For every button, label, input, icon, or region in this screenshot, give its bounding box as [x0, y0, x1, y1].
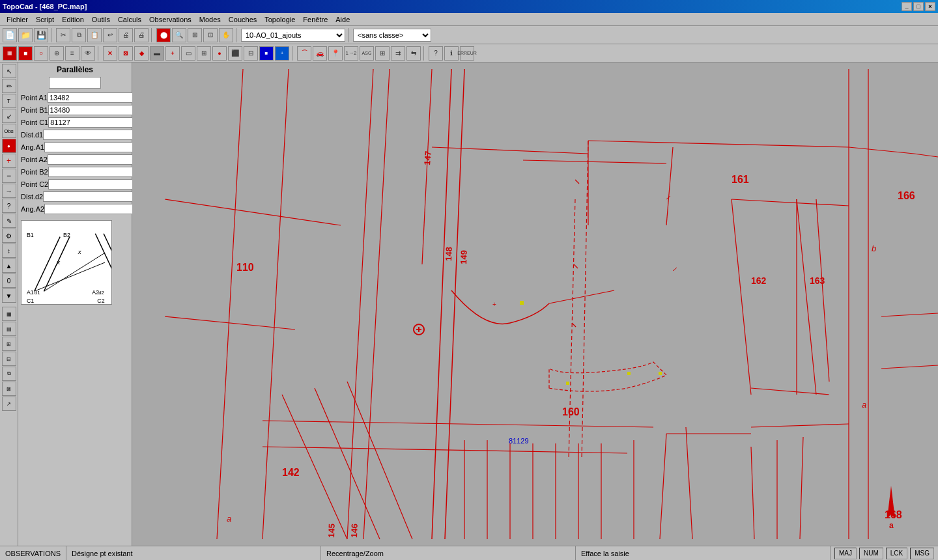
left-up[interactable]: ▲ [2, 259, 16, 273]
menu-fichier[interactable]: Fichier [3, 14, 32, 25]
tb2-rect[interactable]: ▬ [150, 46, 164, 61]
tb-undo[interactable]: ↩ [103, 28, 117, 42]
maximize-button[interactable]: □ [913, 2, 924, 11]
input-pointA2[interactable] [48, 154, 141, 165]
class-dropdown[interactable]: <sans classe> [353, 29, 431, 42]
left-zero[interactable]: 0 [2, 273, 16, 288]
left-diag3[interactable]: ↗ [2, 397, 16, 411]
left-grid2[interactable]: ▤ [2, 322, 16, 336]
tb2-arr2[interactable]: ⇆ [406, 46, 421, 61]
menu-calculs[interactable]: Calculs [114, 14, 145, 25]
tb-save[interactable]: 💾 [34, 28, 48, 42]
tb2-topo[interactable]: ERREUR [460, 46, 474, 61]
menu-modes[interactable]: Modes [195, 14, 225, 25]
input-distD1[interactable] [43, 130, 137, 140]
tb2-eye[interactable]: 👁 [81, 46, 95, 61]
tb-hand[interactable]: ✋ [219, 28, 233, 42]
input-pointA1[interactable] [48, 92, 141, 103]
left-grid3[interactable]: ⊞ [2, 337, 16, 351]
tb2-num[interactable]: ⊞ [375, 46, 390, 61]
tb2-plus[interactable]: + [165, 46, 180, 61]
menu-fenetre[interactable]: Fenêtre [299, 14, 332, 25]
sep1 [51, 28, 53, 42]
tb-copy[interactable]: ⧉ [72, 28, 86, 42]
tb-print2[interactable]: 🖨 [134, 28, 149, 42]
tb2-layer[interactable]: ≡ [65, 46, 79, 61]
left-pencil2[interactable]: ✎ [2, 214, 16, 228]
left-plus[interactable]: + [2, 154, 16, 168]
tb-zoom-in[interactable]: ⬤ [156, 28, 171, 42]
tb-zoom-out[interactable]: 🔍 [172, 28, 186, 42]
left-question[interactable]: ? [2, 199, 16, 213]
tb2-blue2[interactable]: + [275, 46, 289, 61]
left-down[interactable]: ▼ [2, 288, 16, 303]
label-angA1: Ang.A1 [21, 143, 44, 151]
menu-outils[interactable]: Outils [88, 14, 114, 25]
tb2-color-red[interactable]: ■ [18, 46, 33, 61]
tb-zoom-extent[interactable]: ⊞ [188, 28, 202, 42]
tb2-info[interactable]: ℹ [444, 46, 459, 61]
tb-new[interactable]: 📄 [3, 28, 17, 42]
left-pencil[interactable]: ✏ [2, 79, 16, 93]
tb2-snap2[interactable]: ⊟ [244, 46, 258, 61]
left-text[interactable]: T [2, 94, 16, 108]
tb2-snap[interactable]: ⊕ [50, 46, 64, 61]
menu-topologie[interactable]: Topologie [261, 14, 299, 25]
menu-edition[interactable]: Edition [58, 14, 88, 25]
left-move[interactable]: ↕ [2, 244, 16, 258]
close-button[interactable]: × [925, 2, 935, 11]
menu-couches[interactable]: Couches [225, 14, 261, 25]
key-num: NUM [859, 548, 883, 559]
layer-dropdown[interactable]: 10-AO_01_ajouts [241, 29, 345, 42]
title-bar-buttons[interactable]: _ □ × [902, 2, 935, 11]
title-bar: TopoCad - [468_PC.map] _ □ × [0, 0, 938, 13]
tb2-cross[interactable]: ✕ [103, 46, 117, 61]
map-canvas[interactable]: + 147 148 149 161 166 162 163 160 110 14… [132, 63, 938, 546]
left-diag2[interactable]: ⊠ [2, 382, 16, 396]
left-obs[interactable]: Obs [2, 124, 16, 138]
tb-open[interactable]: 📁 [18, 28, 33, 42]
left-diag[interactable]: ⧉ [2, 367, 16, 381]
tb2-blue1[interactable]: ■ [259, 46, 274, 61]
minimize-button[interactable]: _ [902, 2, 912, 11]
left-color[interactable]: ● [2, 139, 16, 153]
left-arrow[interactable]: ↖ [2, 64, 16, 78]
input-pointC1[interactable] [48, 117, 142, 128]
tb-zoom-sel[interactable]: ⊡ [203, 28, 218, 42]
tb2-circle2[interactable]: ● [212, 46, 227, 61]
tb2-grid[interactable]: ▦ [3, 46, 17, 61]
tb2-diamond[interactable]: ◆ [134, 46, 149, 61]
label-distD1: Dist.d1 [21, 131, 43, 139]
left-tool3[interactable]: ⚙ [2, 229, 16, 243]
left-grid1[interactable]: ▦ [2, 307, 16, 321]
left-right-arrow[interactable]: → [2, 184, 16, 198]
tb2-sel[interactable]: ⬛ [228, 46, 242, 61]
tb2-pin[interactable]: 📍 [328, 46, 343, 61]
tb-paste[interactable]: 📋 [87, 28, 102, 42]
tb2-circle[interactable]: ○ [34, 46, 48, 61]
tb2-curve[interactable]: ⌒ [297, 46, 311, 61]
tb2-rect2[interactable]: ▭ [181, 46, 195, 61]
menu-aide[interactable]: Aide [332, 14, 354, 25]
tb-print[interactable]: 🖨 [119, 28, 133, 42]
left-minus[interactable]: − [2, 169, 16, 183]
tb2-magnify[interactable]: ⊞ [197, 46, 211, 61]
menu-script[interactable]: Script [32, 14, 58, 25]
left-grid4[interactable]: ⊟ [2, 352, 16, 366]
input-angA2[interactable] [44, 204, 138, 214]
tb2-q1[interactable]: ? [429, 46, 443, 61]
svg-text:142: 142 [282, 467, 300, 478]
tb2-car[interactable]: 🚗 [313, 46, 327, 61]
tb2-arr1[interactable]: ⇉ [391, 46, 405, 61]
input-pointC2[interactable] [48, 179, 142, 189]
input-distD2[interactable] [43, 191, 137, 202]
left-cursor[interactable]: ↙ [2, 109, 16, 123]
tb2-x2[interactable]: ⊠ [119, 46, 133, 61]
menu-observations[interactable]: Observations [145, 14, 195, 25]
input-angA1[interactable] [44, 142, 138, 152]
input-pointB1[interactable] [48, 105, 142, 115]
tb2-1-2[interactable]: 1→2 [344, 46, 358, 61]
input-pointB2[interactable] [48, 167, 142, 177]
tb2-asg[interactable]: ASG [360, 46, 374, 61]
tb-cut[interactable]: ✂ [56, 28, 70, 42]
